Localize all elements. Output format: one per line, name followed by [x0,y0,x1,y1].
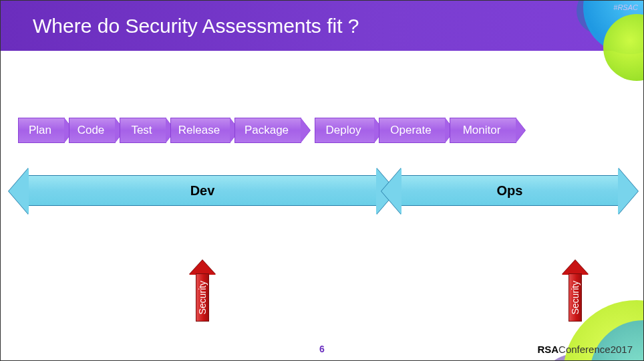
hashtag: #RSAC [613,3,638,11]
dev-label: Dev [190,183,215,199]
slide-content: Plan Code Test Release Package Deploy Op… [1,51,643,206]
arrowhead-up-icon [562,260,589,275]
stage-test: Test [120,118,166,143]
stage-label: Operate [390,124,431,137]
conference-brand-rest: Conference2017 [558,344,633,355]
security-label: Security [570,281,581,315]
stage-label: Code [77,124,105,137]
stage-operate: Operate [379,118,446,143]
page-number: 6 [319,344,325,354]
stage-deploy: Deploy [315,118,375,143]
ops-label: Ops [497,183,523,199]
ops-arrow: Ops [401,175,618,206]
stage-code: Code [69,118,116,143]
stage-label: Deploy [326,124,361,137]
arrowhead-up-icon [189,260,216,275]
stage-release: Release [170,118,230,143]
slide-header: #RSAC Where do Security Assessments fit … [1,1,643,51]
conference-brand: RSAConference2017 [537,344,633,355]
stage-label: Release [178,124,220,137]
security-label: Security [197,281,208,315]
stage-label: Plan [29,124,51,137]
stage-plan: Plan [18,118,65,143]
security-arrow-dev: Security [193,261,212,322]
arrowhead-left-icon [381,168,401,215]
slide-title: Where do Security Assessments fit ? [33,15,359,37]
dev-arrow: Dev [29,175,376,206]
arrowhead-right-icon [618,168,638,215]
stage-label: Monitor [463,124,501,137]
slide-footer: 6 RSAConference2017 [1,338,643,360]
arrowhead-left-icon [9,168,29,215]
security-arrow-ops: Security [566,261,585,322]
stage-package: Package [234,118,301,143]
conference-brand-bold: RSA [537,344,558,355]
security-arrow-shaft: Security [196,273,209,322]
pipeline-stages: Plan Code Test Release Package Deploy Op… [1,118,643,143]
stage-label: Test [131,124,152,137]
stage-monitor: Monitor [450,118,516,143]
group-arrows: Dev Ops [1,175,643,206]
stage-label: Package [245,124,289,137]
security-arrow-shaft: Security [569,273,582,322]
